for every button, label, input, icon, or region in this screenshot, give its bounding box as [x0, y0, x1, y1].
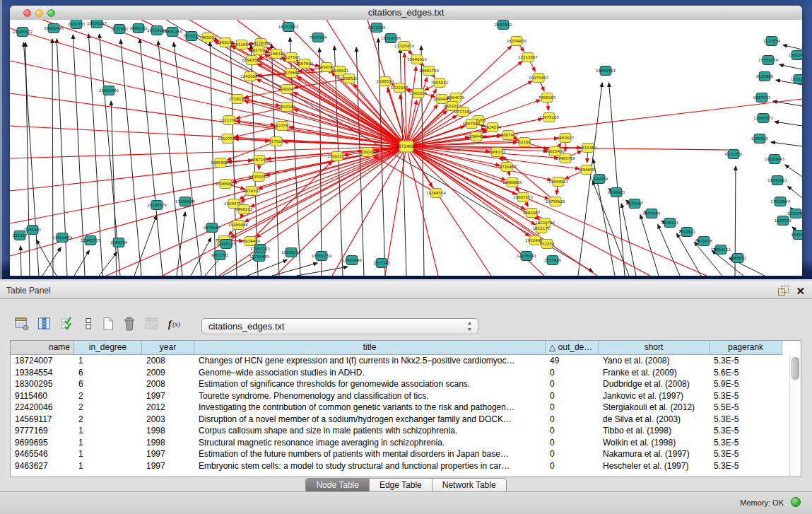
svg-text:23002175: 23002175: [327, 154, 347, 158]
svg-text:2367608: 2367608: [296, 62, 314, 66]
svg-text:11150869: 11150869: [52, 235, 72, 240]
merge-rows-button[interactable]: [79, 315, 98, 334]
column-header-name[interactable]: name: [11, 341, 74, 355]
svg-text:7632621: 7632621: [678, 230, 696, 234]
svg-text:6994078: 6994078: [447, 95, 465, 100]
table-row[interactable]: 2242004622012Investigating the contribut…: [11, 402, 801, 414]
svg-text:10958167: 10958167: [281, 250, 301, 255]
citation-network-graph[interactable]: 7465822896012589129542322605898275038186…: [10, 20, 802, 276]
table-cell: Tourette syndrome. Phenomenology and cla…: [194, 390, 546, 402]
column-header-pagerank[interactable]: pagerank: [710, 341, 782, 355]
svg-text:7955812: 7955812: [431, 81, 449, 85]
table-cell: Changes of HCN gene expression and I(f) …: [194, 355, 546, 367]
function-builder-button[interactable]: f (x): [167, 315, 185, 334]
memory-status-label: Memory: OK: [740, 498, 784, 507]
svg-text:9463627: 9463627: [557, 136, 575, 140]
svg-text:7857224: 7857224: [310, 35, 327, 40]
table-row[interactable]: 969969511998Structural magnetic resonanc…: [11, 437, 801, 449]
svg-text:8938923: 8938923: [608, 190, 625, 194]
svg-text:9267150: 9267150: [251, 158, 269, 162]
svg-text:9474444: 9474444: [643, 211, 661, 216]
table-cell: Estimation of the future numbers of pati…: [194, 448, 546, 460]
table-cell: 0: [546, 378, 599, 390]
svg-text:9884067: 9884067: [523, 211, 541, 215]
table-row[interactable]: 1456911722003Disruption of a novel membe…: [11, 414, 801, 426]
float-panel-icon[interactable]: [778, 286, 788, 296]
table-cell: 0: [546, 367, 599, 379]
import-table-button[interactable]: [143, 315, 161, 334]
table-type-segmented-control: Node TableEdge TableNetwork Table: [305, 478, 506, 493]
table-row[interactable]: 1872400712008Changes of HCN gene express…: [11, 355, 801, 367]
svg-text:20206576: 20206576: [147, 203, 167, 207]
tab-node-table[interactable]: Node Table: [306, 479, 370, 492]
table-row[interactable]: 946554611997Estimation of the future num…: [11, 448, 801, 460]
network-window[interactable]: citations_edges.txt 74658228960125891295…: [10, 6, 802, 276]
table-cell: 5.3E-5: [710, 460, 782, 472]
column-header-out_de[interactable]: △ out_de…: [546, 341, 599, 355]
svg-text:16961758: 16961758: [419, 69, 439, 73]
table-cell: 1: [74, 460, 142, 472]
svg-text:20891436: 20891436: [44, 26, 64, 30]
svg-text:8912954: 8912954: [233, 42, 251, 47]
trash-icon: [122, 316, 137, 332]
svg-text:7465822: 7465822: [199, 35, 217, 40]
merge-rows-icon: [81, 316, 96, 332]
table-cell: 5.3E-5: [710, 448, 782, 460]
svg-text:9975867: 9975867: [204, 226, 221, 230]
table-cell: 14569117: [11, 414, 74, 426]
table-row[interactable]: 977716911998Corpus callosum shape and si…: [11, 425, 801, 437]
insert-column-button[interactable]: [35, 315, 54, 334]
select-rows-button[interactable]: [58, 315, 76, 334]
table-browser-icon: [14, 316, 30, 332]
svg-text:16210643: 16210643: [765, 157, 784, 161]
table-cell: 5.5E-5: [710, 402, 782, 414]
table-row[interactable]: 946362711997Embryonic stem cells: a mode…: [11, 460, 801, 472]
svg-text:15218506: 15218506: [381, 36, 401, 40]
node-attribute-table[interactable]: namein_degreeyeartitle△ out_de…shortpage…: [10, 340, 801, 477]
svg-text:15166822: 15166822: [216, 182, 235, 186]
insert-column-icon: [37, 316, 52, 332]
svg-text:2935114: 2935114: [661, 221, 679, 225]
network-window-titlebar[interactable]: citations_edges.txt: [10, 6, 802, 21]
svg-text:1210365: 1210365: [787, 211, 802, 216]
svg-text:8466160: 8466160: [130, 26, 148, 30]
column-header-title[interactable]: title: [194, 341, 546, 355]
import-table-icon: [144, 316, 160, 332]
svg-text:16648784: 16648784: [596, 69, 616, 73]
svg-text:22420046: 22420046: [240, 74, 260, 78]
svg-text:1161242: 1161242: [789, 53, 802, 57]
network-canvas[interactable]: 7465822896012589129542322605898275038186…: [10, 20, 802, 276]
column-header-in_degree[interactable]: in_degree: [74, 341, 142, 355]
table-row[interactable]: 1830029562008Estimation of significance …: [11, 378, 801, 390]
table-row[interactable]: 911546021997Tourette syndrome. Phenomeno…: [11, 390, 801, 402]
scrollbar-thumb[interactable]: [792, 357, 799, 380]
new-table-button[interactable]: [99, 315, 117, 334]
svg-text:1640954: 1640954: [591, 177, 608, 181]
table-body: 1872400712008Changes of HCN gene express…: [11, 355, 801, 472]
tab-network-table[interactable]: Network Table: [433, 479, 506, 492]
network-desktop: citations_edges.txt 74658228960125891295…: [0, 0, 812, 279]
delete-table-button[interactable]: [120, 315, 139, 334]
table-cell: Stergiakouli et al. (2012): [599, 402, 710, 414]
table-select-dropdown[interactable]: citations_edges.txt ▲▼: [201, 318, 478, 334]
svg-text:2687682: 2687682: [495, 23, 512, 27]
vertical-scrollbar[interactable]: [789, 355, 801, 477]
svg-text:8215358: 8215358: [725, 152, 743, 156]
svg-text:1117534: 1117534: [763, 39, 781, 43]
tab-edge-table[interactable]: Edge Table: [370, 479, 433, 492]
column-header-short[interactable]: short: [599, 341, 710, 355]
table-cell: 6: [74, 367, 142, 379]
svg-text:18807273: 18807273: [513, 195, 533, 199]
close-panel-icon[interactable]: ✕: [796, 284, 805, 299]
table-row[interactable]: 1938455462009Genome–wide association stu…: [11, 367, 801, 379]
new-document-icon: [100, 316, 116, 332]
table-browser-button[interactable]: [13, 315, 31, 334]
table-cell: Jankovic et al. (1997): [599, 390, 710, 402]
svg-text:12905135: 12905135: [216, 242, 236, 246]
table-cell: 19384554: [11, 367, 74, 379]
table-cell: 9777169: [11, 425, 74, 437]
svg-text:10654112: 10654112: [711, 247, 731, 252]
svg-text:12213987: 12213987: [518, 55, 538, 59]
table-cell: Nakamura et al. (1997): [599, 448, 710, 460]
column-header-year[interactable]: year: [142, 341, 194, 355]
